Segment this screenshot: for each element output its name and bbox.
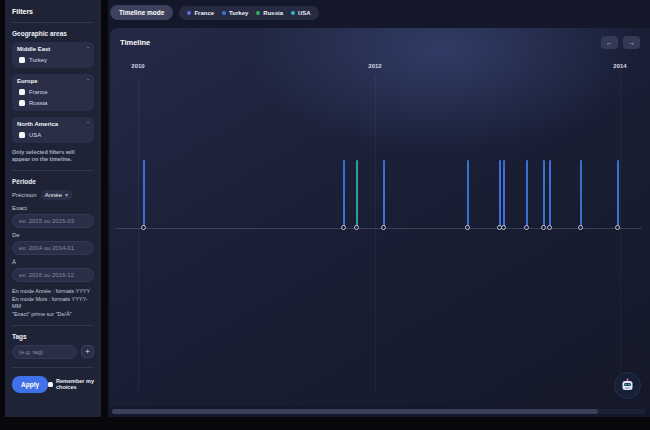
geo-group-name: Middle East: [17, 46, 50, 52]
geo-group: EuropeˆFranceRussia: [12, 74, 94, 111]
country-label: France: [29, 89, 48, 95]
legend-dot-icon: [291, 11, 295, 15]
geo-item: France: [17, 89, 89, 95]
de-label: De: [12, 232, 94, 238]
precision-select[interactable]: Année ▾: [41, 190, 72, 200]
precision-label: Précision: [12, 192, 37, 198]
tag-input[interactable]: [12, 345, 77, 359]
event-dot[interactable]: [501, 225, 506, 230]
sidebar-title: Filters: [12, 8, 94, 23]
periode-heading: Période: [12, 178, 94, 185]
x-gridline: [620, 76, 621, 390]
exact-input[interactable]: [12, 214, 94, 228]
legend-item[interactable]: France: [187, 10, 214, 16]
add-tag-button[interactable]: +: [81, 345, 94, 358]
collapse-icon: ˆ: [87, 122, 89, 126]
event-stem[interactable]: [526, 160, 528, 228]
event-dot[interactable]: [141, 225, 146, 230]
x-tick-label: 2010: [131, 63, 144, 69]
event-dot[interactable]: [578, 225, 583, 230]
event-stem[interactable]: [343, 160, 345, 228]
geo-item: Turkey: [17, 57, 89, 63]
legend-item[interactable]: USA: [291, 10, 311, 16]
x-tick-label: 2012: [368, 63, 381, 69]
geo-item: Russia: [17, 100, 89, 106]
horizontal-scrollbar-thumb[interactable]: [112, 409, 598, 414]
event-dot[interactable]: [341, 225, 346, 230]
event-dot[interactable]: [615, 225, 620, 230]
chart-layer: 201020122014: [110, 28, 650, 406]
chatbot-button[interactable]: [614, 372, 641, 399]
geo-groups: Middle EastˆTurkeyEuropeˆFranceRussiaNor…: [12, 42, 94, 143]
main-area: Timeline mode FranceTurkeyRussiaUSA Time…: [108, 0, 650, 417]
robot-icon: [620, 378, 635, 393]
filters-note: Only selected filters will appear on the…: [12, 149, 94, 171]
event-dot[interactable]: [354, 225, 359, 230]
country-label: Russia: [29, 100, 47, 106]
legend-dot-icon: [222, 11, 226, 15]
timeline-mode-button[interactable]: Timeline mode: [110, 5, 173, 20]
periode-help: En mode Année : formats YYYYEn mode Mois…: [12, 288, 94, 326]
help-line: En mode Année : formats YYYY: [12, 288, 94, 296]
remember-label: Remember my choices: [56, 378, 94, 390]
a-input[interactable]: [12, 268, 94, 282]
geo-item: USA: [17, 132, 89, 138]
event-dot[interactable]: [381, 225, 386, 230]
geographic-areas-heading: Geographic areas: [12, 30, 94, 37]
x-gridline: [138, 76, 139, 390]
event-dot[interactable]: [547, 225, 552, 230]
legend-item[interactable]: Russia: [256, 10, 283, 16]
legend-label: USA: [298, 10, 311, 16]
de-input[interactable]: [12, 241, 94, 255]
event-stem[interactable]: [467, 160, 469, 228]
country-checkbox[interactable]: [19, 100, 25, 106]
geo-group: Middle EastˆTurkey: [12, 42, 94, 68]
x-tick-label: 2014: [613, 63, 626, 69]
topbar: Timeline mode FranceTurkeyRussiaUSA: [110, 5, 319, 20]
event-dot[interactable]: [465, 225, 470, 230]
help-line: "Exact" prime sur "De/À": [12, 311, 94, 319]
remember-checkbox[interactable]: [48, 382, 53, 387]
legend-label: Russia: [263, 10, 283, 16]
country-checkbox[interactable]: [19, 57, 25, 63]
event-stem[interactable]: [549, 160, 551, 228]
legend-dot-icon: [256, 11, 260, 15]
geo-group: North AmericaˆUSA: [12, 117, 94, 143]
apply-button[interactable]: Apply: [12, 376, 48, 393]
event-stem[interactable]: [543, 160, 545, 228]
geo-group-name: Europe: [17, 78, 38, 84]
event-stem[interactable]: [356, 160, 358, 228]
geo-group-header[interactable]: North Americaˆ: [17, 121, 89, 127]
event-dot[interactable]: [524, 225, 529, 230]
x-gridline: [375, 76, 376, 390]
event-stem[interactable]: [617, 160, 619, 228]
country-label: USA: [29, 132, 41, 138]
country-checkbox[interactable]: [19, 89, 25, 95]
timeline-axis: [116, 228, 642, 229]
event-dot[interactable]: [541, 225, 546, 230]
timeline-panel: Timeline ← → 201020122014: [110, 28, 650, 406]
geo-group-name: North America: [17, 121, 58, 127]
event-stem[interactable]: [499, 160, 501, 228]
event-stem[interactable]: [383, 160, 385, 228]
legend-item[interactable]: Turkey: [222, 10, 248, 16]
filters-sidebar: Filters Geographic areas Middle EastˆTur…: [5, 0, 101, 417]
legend-dot-icon: [187, 11, 191, 15]
collapse-icon: ˆ: [87, 79, 89, 83]
a-label: À: [12, 259, 94, 265]
precision-value: Année: [45, 192, 62, 198]
country-checkbox[interactable]: [19, 132, 25, 138]
event-stem[interactable]: [503, 160, 505, 228]
legend: FranceTurkeyRussiaUSA: [179, 6, 318, 20]
legend-label: France: [194, 10, 214, 16]
geo-group-header[interactable]: Middle Eastˆ: [17, 46, 89, 52]
exact-label: Exact: [12, 205, 94, 211]
tags-heading: Tags: [12, 333, 94, 340]
event-stem[interactable]: [143, 160, 145, 228]
collapse-icon: ˆ: [87, 47, 89, 51]
horizontal-scrollbar: [112, 409, 646, 414]
chevron-down-icon: ▾: [65, 193, 68, 197]
country-label: Turkey: [29, 57, 47, 63]
event-stem[interactable]: [580, 160, 582, 228]
geo-group-header[interactable]: Europeˆ: [17, 78, 89, 84]
